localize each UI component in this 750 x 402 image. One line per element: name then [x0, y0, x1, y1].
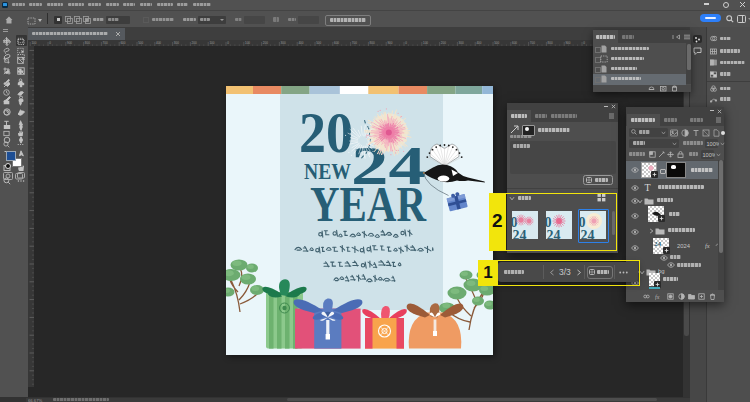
svg-text:100%: 100% [707, 140, 720, 146]
svg-text:100%: 100% [703, 151, 716, 157]
svg-text:900: 900 [387, 41, 392, 45]
svg-text:YEAR: YEAR [310, 176, 427, 232]
svg-text:100: 100 [245, 41, 250, 45]
svg-text:900: 900 [67, 41, 72, 45]
svg-text:66.67%: 66.67% [28, 397, 42, 402]
svg-text:500: 500 [494, 41, 499, 45]
svg-text:100: 100 [209, 41, 214, 45]
svg-text:900: 900 [565, 41, 570, 45]
svg-text:20: 20 [299, 102, 353, 164]
svg-text:200: 200 [441, 41, 446, 45]
svg-text:500: 500 [316, 41, 321, 45]
svg-text:600: 600 [334, 41, 339, 45]
svg-text:400: 400 [156, 41, 161, 45]
svg-text:24: 24 [654, 240, 662, 248]
svg-text:800: 800 [548, 41, 553, 45]
svg-text:600: 600 [120, 41, 125, 45]
svg-text:100: 100 [423, 41, 428, 45]
svg-text:fx: fx [655, 294, 660, 300]
svg-text:600: 600 [512, 41, 517, 45]
svg-text:800: 800 [85, 41, 90, 45]
svg-text:300: 300 [174, 41, 179, 45]
svg-text:300: 300 [459, 41, 464, 45]
svg-text:2024: 2024 [677, 243, 691, 249]
svg-text:400: 400 [476, 41, 481, 45]
svg-text:700: 700 [352, 41, 357, 45]
svg-text:fx: fx [705, 242, 710, 249]
svg-text:800: 800 [370, 41, 375, 45]
svg-text:700: 700 [103, 41, 108, 45]
svg-text:400: 400 [298, 41, 303, 45]
svg-text:200: 200 [192, 41, 197, 45]
svg-text:500: 500 [138, 41, 143, 45]
svg-text:100: 100 [31, 41, 36, 45]
svg-text:700: 700 [530, 41, 535, 45]
svg-text:200: 200 [263, 41, 268, 45]
svg-text:300: 300 [281, 41, 286, 45]
svg-text:T: T [645, 182, 651, 193]
